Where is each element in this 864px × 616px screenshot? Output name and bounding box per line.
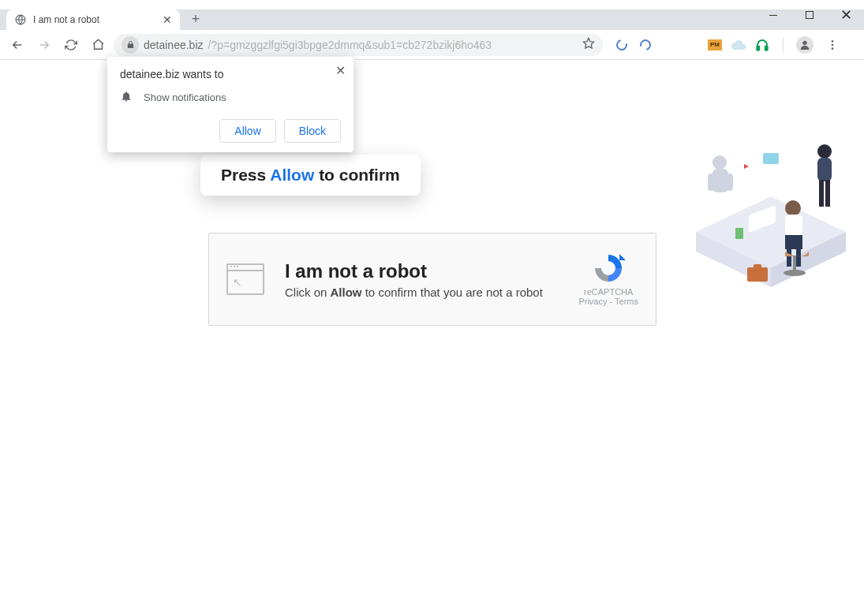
cloud-extension-icon[interactable] [731, 37, 746, 53]
hint-prefix: Press [221, 166, 266, 184]
browser-tab[interactable]: I am not a robot ✕ [6, 9, 180, 30]
tab-strip: I am not a robot ✕ + ✕ [0, 9, 864, 30]
svg-rect-33 [747, 267, 768, 282]
office-illustration [692, 114, 850, 295]
hint-keyword: Allow [270, 166, 314, 184]
svg-point-6 [832, 43, 834, 46]
home-button[interactable] [87, 34, 109, 56]
window-close-button[interactable]: ✕ [828, 0, 864, 30]
bell-icon [120, 90, 133, 105]
sync-extension-icon-2[interactable] [638, 37, 653, 53]
permission-title: detainee.biz wants to [120, 68, 341, 80]
svg-point-4 [802, 40, 806, 44]
browser-toolbar: detainee.biz/?p=gmzggzlfgi5gi3bpge2dmmq&… [0, 30, 864, 60]
press-allow-hint: Press Allow to confirm [200, 155, 421, 196]
hint-suffix: to confirm [319, 166, 400, 184]
terms-link[interactable]: Terms [615, 297, 638, 306]
url-host: detainee.biz [144, 39, 204, 51]
svg-point-20 [784, 270, 806, 276]
svg-rect-32 [771, 175, 788, 188]
window-minimize-button[interactable] [755, 0, 791, 30]
svg-point-14 [785, 200, 801, 216]
notification-permission-dialog: ✕ detainee.biz wants to Show notificatio… [107, 57, 353, 152]
extensions-area: PM [614, 34, 843, 56]
recaptcha-icon [591, 252, 626, 284]
recaptcha-label: reCAPTCHA [578, 287, 638, 297]
globe-icon [14, 13, 27, 26]
svg-rect-27 [819, 180, 824, 207]
reload-button[interactable] [60, 34, 82, 56]
new-tab-button[interactable]: + [185, 8, 207, 30]
lock-icon[interactable] [122, 36, 139, 54]
close-tab-icon[interactable]: ✕ [163, 13, 172, 26]
privacy-link[interactable]: Privacy [578, 297, 607, 306]
back-button[interactable] [6, 34, 28, 56]
toolbar-divider [783, 37, 784, 53]
svg-rect-13 [735, 228, 743, 239]
captcha-card: ↖ I am not a robot Click on Allow to con… [208, 233, 656, 326]
svg-point-21 [713, 155, 727, 170]
profile-avatar-icon[interactable] [796, 36, 814, 54]
permission-item: Show notifications [120, 90, 341, 105]
svg-marker-8 [619, 254, 626, 260]
recaptcha-badge: reCAPTCHA Privacy - Terms [578, 252, 638, 306]
allow-button[interactable]: Allow [219, 119, 275, 143]
svg-rect-31 [763, 153, 779, 164]
forward-button[interactable] [33, 34, 55, 56]
captcha-heading: I am not a robot [285, 260, 543, 282]
svg-marker-1 [583, 38, 593, 48]
svg-rect-22 [713, 169, 728, 192]
close-icon[interactable]: ✕ [335, 63, 346, 78]
svg-point-5 [832, 40, 834, 43]
svg-rect-18 [796, 248, 801, 267]
browser-window-icon: ↖ [226, 263, 264, 295]
pm-extension-icon[interactable]: PM [707, 37, 723, 53]
tab-title: I am not a robot [33, 14, 99, 25]
svg-rect-26 [817, 158, 832, 181]
svg-rect-3 [765, 46, 768, 50]
svg-rect-15 [785, 215, 802, 237]
svg-rect-34 [754, 264, 761, 269]
svg-point-7 [832, 47, 834, 50]
svg-rect-24 [727, 174, 733, 191]
svg-rect-16 [785, 235, 802, 249]
bookmark-star-icon[interactable] [582, 37, 595, 52]
svg-rect-28 [825, 180, 830, 207]
svg-rect-23 [708, 174, 714, 191]
svg-rect-17 [787, 248, 791, 267]
block-button[interactable]: Block [284, 119, 341, 143]
permission-item-label: Show notifications [144, 91, 226, 103]
window-maximize-button[interactable] [791, 0, 828, 30]
page-content: ✕ detainee.biz wants to Show notificatio… [0, 60, 864, 616]
url-path: /?p=gmzggzlfgi5gi3bpge2dmmq&sub1=cb272bz… [208, 39, 492, 51]
svg-rect-19 [793, 256, 796, 271]
sync-extension-icon[interactable] [614, 37, 630, 53]
captcha-line: Click on Allow to confirm that you are n… [285, 286, 543, 299]
address-bar[interactable]: detainee.biz/?p=gmzggzlfgi5gi3bpge2dmmq&… [114, 34, 603, 56]
svg-rect-2 [757, 46, 759, 50]
headphone-extension-icon[interactable] [754, 37, 770, 53]
window-controls: ✕ [755, 0, 864, 30]
window-titlebar [0, 0, 864, 9]
menu-button[interactable] [821, 34, 843, 56]
svg-point-25 [817, 144, 832, 159]
